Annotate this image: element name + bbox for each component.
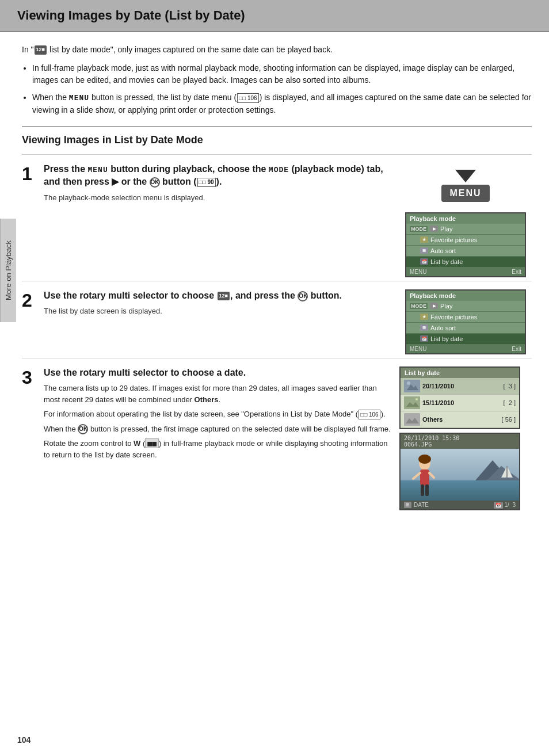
page-title: Viewing Images by Date (List by Date) <box>17 8 532 23</box>
list-by-date-icon: 12■ <box>35 45 47 55</box>
ff-footer-counter: 📅 1/ 3 <box>494 502 516 508</box>
menu-button-graphic: MENU <box>441 185 489 202</box>
ff-footer-date-label: DATE <box>414 502 429 508</box>
svg-rect-6 <box>404 413 420 426</box>
cam-title-bar-2: Playback mode <box>406 291 525 301</box>
step-3-para-2: For information about operating the list… <box>44 408 391 420</box>
book-ref-106b: □□ 106 <box>359 410 380 419</box>
main-content: In "12■ list by date mode", only images … <box>0 32 549 756</box>
menu-btn-illustration: MENU <box>440 163 491 209</box>
sidebar-label: More on Playback <box>0 219 16 322</box>
svg-rect-13 <box>506 466 508 478</box>
ff-image-svg <box>401 449 519 501</box>
lbd-count-1: [ 3 ] <box>504 383 516 390</box>
step-3-section: 3 Use the rotary multi selector to choos… <box>22 358 532 510</box>
cam-item-favorites: ★ Favorite pictures <box>406 235 525 246</box>
step-3-number: 3 <box>22 366 44 388</box>
lbd-title: List by date <box>401 368 519 378</box>
lbd-count-others: [ 56 ] <box>502 416 516 423</box>
cam-footer-2: MENU Exit <box>406 345 525 353</box>
ff-image-area <box>401 449 519 501</box>
svg-point-2 <box>407 381 410 385</box>
lbd-date-others: Others <box>422 416 500 423</box>
lbd-count-2: [ 2 ] <box>504 399 516 406</box>
bullet-item-2: When the MENU button is pressed, the lis… <box>32 91 532 117</box>
list-by-date-screen: List by date 20/11/2010 <box>399 366 520 429</box>
page-number: 104 <box>17 735 30 744</box>
listbydate-inline-icon: 12■ <box>218 292 230 300</box>
step-2-row: 2 Use the rotary multi selector to choos… <box>22 289 532 354</box>
w-zoom-icon: ■■ <box>145 438 159 448</box>
bullet-item-1: In full-frame playback mode, just as wit… <box>32 62 532 87</box>
cam-menu-items: MODE ▶ Play ★ Favorite pictures <box>406 224 525 268</box>
cam-menu-items-2: MODE ▶ Play ★ Favorite pictures <box>406 301 525 345</box>
ff-footer: ⊞ DATE 📅 1/ 3 <box>401 501 519 509</box>
step-3-para-3: When the OK button is pressed, the first… <box>44 423 391 435</box>
svg-rect-19 <box>421 484 424 496</box>
cam-title-bar: Playback mode <box>406 213 525 224</box>
svg-rect-16 <box>420 469 429 486</box>
svg-rect-20 <box>425 484 429 496</box>
step-3-para-1: The camera lists up to 29 dates. If imag… <box>44 383 391 405</box>
lbd-date-2: 15/11/2010 <box>422 399 501 406</box>
step-3-row: 3 Use the rotary multi selector to choos… <box>22 366 532 510</box>
step-1-section: 1 Press the MENU button during playback,… <box>22 154 532 281</box>
steps-container: 1 Press the MENU button during playback,… <box>22 154 532 510</box>
step-1-title: Press the MENU button during playback, c… <box>44 163 391 189</box>
menu-key-label: MENU <box>69 94 89 102</box>
favorites-icon-2: ★ <box>420 314 428 320</box>
lbd-date-1: 20/11/2010 <box>422 383 501 390</box>
step-1-visual: MENU Playback mode MODE ▶ Play <box>399 163 532 277</box>
svg-rect-3 <box>404 396 420 409</box>
step-3-visuals: List by date 20/11/2010 <box>399 366 532 510</box>
cam2-item-favorites: ★ Favorite pictures <box>406 312 525 323</box>
favorites-icon: ★ <box>420 236 428 243</box>
cam2-item-listbydate: 📅 List by date <box>406 334 525 345</box>
cam-footer-1: MENU Exit <box>406 268 525 276</box>
lbd-thumb-3 <box>404 413 420 426</box>
lbd-thumb-1 <box>404 380 420 392</box>
listbydate-icon-2: 📅 <box>420 335 428 342</box>
ff-filename: 0064.JPG <box>404 441 516 448</box>
cam-item-mode-tab: MODE ▶ Play <box>406 224 525 235</box>
step-1-content: Press the MENU button during playback, c… <box>44 163 399 205</box>
play-icon-2: ▶ <box>430 303 438 309</box>
bullet-list: In full-frame playback mode, just as wit… <box>32 62 532 117</box>
step-1-number: 1 <box>22 163 44 184</box>
step-3-title: Use the rotary multi selector to choose … <box>44 366 391 379</box>
cam2-item-autosort: ⊞ Auto sort <box>406 323 525 334</box>
step-1-row: 1 Press the MENU button during playback,… <box>22 163 532 277</box>
svg-point-15 <box>418 455 431 464</box>
step-2-title: Use the rotary multi selector to choose … <box>44 289 391 302</box>
cam-item-autosort: ⊞ Auto sort <box>406 246 525 257</box>
page-header: Viewing Images by Date (List by Date) <box>0 0 549 32</box>
step-2-content: Use the rotary multi selector to choose … <box>44 289 399 319</box>
step-2-camera-screen: Playback mode MODE ▶ Play ★ <box>405 289 526 354</box>
book-ref-106a: □□ 106 <box>237 93 259 104</box>
lbd-row-1: 20/11/2010 [ 3 ] <box>401 378 519 395</box>
lbd-row-2: 15/11/2010 [ 2 ] <box>401 395 519 411</box>
cam2-item-mode-tab: MODE ▶ Play <box>406 301 525 312</box>
date-mode-icon: ⊞ <box>404 502 411 508</box>
play-icon: ▶ <box>430 226 438 232</box>
autosort-icon: ⊞ <box>420 247 428 254</box>
arrow-down-icon <box>455 170 476 182</box>
lbd-row-3: Others [ 56 ] <box>401 411 519 428</box>
listbydate-footer-icon: 📅 <box>494 502 503 509</box>
ff-date-time: 20/11/2010 15:30 <box>404 435 516 441</box>
autosort-icon-2: ⊞ <box>420 324 428 331</box>
step-3-content: Use the rotary multi selector to choose … <box>44 366 399 464</box>
step-1-desc: The playback-mode selection menu is disp… <box>44 192 391 204</box>
ff-header: 20/11/2010 15:30 0064.JPG <box>401 434 519 449</box>
fullframe-screen: 20/11/2010 15:30 0064.JPG <box>399 433 520 510</box>
intro-paragraph: In "12■ list by date mode", only images … <box>22 44 532 56</box>
svg-point-5 <box>415 398 418 400</box>
step-1-camera-screen: Playback mode MODE ▶ Play ★ <box>405 212 526 277</box>
lbd-thumb-2 <box>404 396 420 409</box>
svg-rect-9 <box>401 480 519 501</box>
sub-heading: Viewing Images in List by Date Mode <box>22 126 532 146</box>
cam-item-listbydate: 📅 List by date <box>406 257 525 268</box>
listbydate-icon: 📅 <box>420 258 428 265</box>
page-container: More on Playback Viewing Images by Date … <box>0 0 549 756</box>
step-2-number: 2 <box>22 289 44 311</box>
